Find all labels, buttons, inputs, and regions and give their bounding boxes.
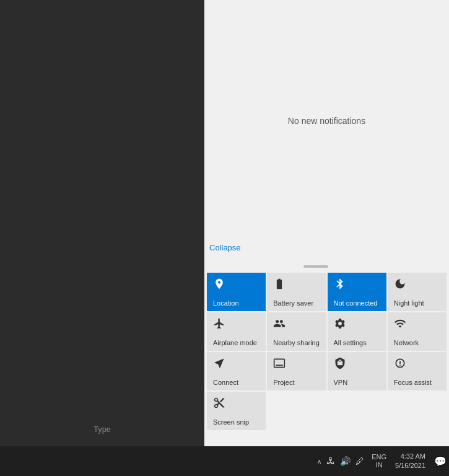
drag-handle: [303, 265, 328, 268]
network-tray-icon[interactable]: 🖧: [325, 455, 336, 467]
date-label: 5/16/2021: [395, 461, 425, 470]
qa-label-screen-snip: Screen snip: [213, 418, 249, 426]
collapse-button[interactable]: Collapse: [204, 240, 246, 255]
night-light-icon: [394, 278, 406, 293]
qa-label-vpn: VPN: [334, 379, 348, 387]
language-block[interactable]: ENG IN: [372, 453, 386, 469]
qa-item-airplane-mode[interactable]: Airplane mode: [207, 312, 266, 351]
qa-item-not-connected[interactable]: Not connected: [328, 273, 386, 311]
notification-bell-icon[interactable]: 💬: [434, 456, 447, 467]
tray-expand-icon[interactable]: ∧: [317, 458, 321, 465]
qa-item-all-settings[interactable]: All settings: [328, 312, 386, 351]
taskbar: ∧ 🖧 🔊 🖊 ENG IN 4:32 AM 5/16/2021 💬: [0, 446, 449, 476]
qa-item-battery-saver[interactable]: Battery saver: [267, 273, 326, 311]
connect-icon: [213, 357, 225, 372]
not-connected-icon: [334, 278, 346, 293]
qa-item-connect[interactable]: Connect: [207, 352, 266, 390]
quick-actions-grid: LocationBattery saverNot connectedNight …: [207, 273, 447, 430]
nearby-sharing-icon: [273, 317, 286, 333]
quick-actions-panel: LocationBattery saverNot connectedNight …: [204, 270, 449, 433]
qa-label-airplane-mode: Airplane mode: [213, 339, 257, 347]
qa-label-focus-assist: Focus assist: [394, 379, 432, 387]
no-notifications-text: No new notifications: [288, 116, 365, 126]
taskbar-right: ∧ 🖧 🔊 🖊 ENG IN 4:32 AM 5/16/2021 💬: [317, 452, 447, 471]
qa-label-night-light: Night light: [394, 299, 424, 307]
qa-item-focus-assist[interactable]: Focus assist: [388, 352, 447, 390]
qa-item-night-light[interactable]: Night light: [388, 273, 447, 311]
location-icon: [213, 278, 225, 293]
qa-item-location[interactable]: Location: [207, 273, 266, 311]
left-panel: [0, 0, 204, 446]
qa-label-not-connected: Not connected: [334, 299, 378, 307]
project-icon: [273, 357, 286, 372]
tray-icons: 🖧 🔊 🖊: [325, 455, 365, 467]
network-icon: [394, 317, 406, 333]
qa-item-vpn[interactable]: VPN: [328, 352, 386, 390]
language-label: ENG: [372, 453, 386, 461]
all-settings-icon: [334, 317, 346, 333]
time-label: 4:32 AM: [401, 452, 425, 461]
qa-label-all-settings: All settings: [334, 339, 367, 347]
qa-item-nearby-sharing[interactable]: Nearby sharing: [267, 312, 326, 351]
notification-content: No new notifications: [204, 0, 449, 242]
qa-item-screen-snip[interactable]: Screen snip: [207, 392, 266, 430]
qa-label-battery-saver: Battery saver: [273, 299, 313, 307]
clock-block[interactable]: 4:32 AM 5/16/2021: [395, 452, 425, 471]
region-label: IN: [376, 461, 383, 469]
type-label: Type: [0, 425, 204, 434]
qa-label-location: Location: [213, 299, 239, 307]
airplane-mode-icon: [213, 317, 225, 333]
qa-item-project[interactable]: Project: [267, 352, 326, 390]
vpn-icon: [334, 357, 346, 372]
qa-label-connect: Connect: [213, 379, 238, 387]
volume-tray-icon[interactable]: 🔊: [339, 455, 352, 467]
battery-saver-icon: [273, 278, 286, 293]
qa-label-network: Network: [394, 339, 419, 347]
qa-label-nearby-sharing: Nearby sharing: [273, 339, 320, 347]
qa-label-project: Project: [273, 379, 294, 387]
qa-item-network[interactable]: Network: [388, 312, 447, 351]
focus-assist-icon: [394, 357, 406, 372]
screen-snip-icon: [213, 397, 225, 412]
pen-tray-icon[interactable]: 🖊: [354, 455, 365, 467]
